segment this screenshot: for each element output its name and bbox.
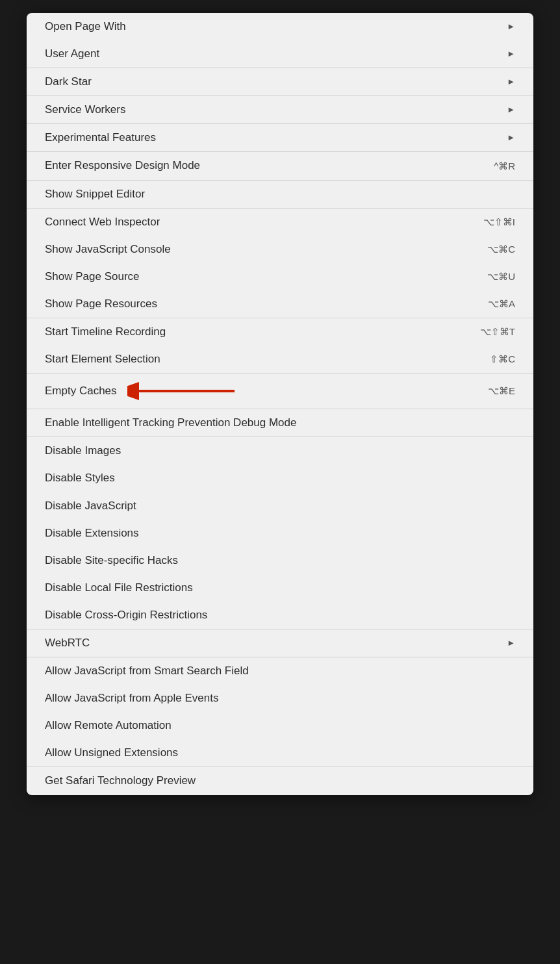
submenu-arrow-icon: ► bbox=[507, 21, 515, 32]
shortcut-label: ^⌘R bbox=[494, 160, 515, 173]
menu-item-label: Enter Responsive Design Mode bbox=[45, 159, 200, 173]
menu-item-label: Empty Caches bbox=[45, 385, 117, 398]
menu-item-label: Open Page With bbox=[45, 19, 126, 34]
red-arrow-icon bbox=[127, 380, 238, 402]
menu-item-show-javascript-console[interactable]: Show JavaScript Console ⌥⌘C bbox=[27, 236, 533, 263]
menu-item-responsive-design-mode[interactable]: Enter Responsive Design Mode ^⌘R bbox=[27, 152, 533, 179]
shortcut-label: ⌥⇧⌘I bbox=[483, 216, 515, 229]
menu-item-label: User Agent bbox=[45, 47, 99, 61]
menu-item-label: Show Page Source bbox=[45, 270, 140, 284]
group-responsive-design: Enter Responsive Design Mode ^⌘R bbox=[27, 152, 533, 180]
menu-item-open-page-with[interactable]: Open Page With ► bbox=[27, 13, 533, 40]
group-dark-star: Dark Star ► bbox=[27, 68, 533, 96]
menu-item-dark-star[interactable]: Dark Star ► bbox=[27, 68, 533, 95]
submenu-arrow-icon: ► bbox=[507, 638, 515, 649]
menu-item-label: Connect Web Inspector bbox=[45, 215, 160, 229]
context-menu: Open Page With ► User Agent ► Dark Star … bbox=[27, 13, 533, 795]
shortcut-label: ⌥⌘C bbox=[487, 243, 515, 256]
menu-item-label: Enable Intelligent Tracking Prevention D… bbox=[45, 416, 296, 430]
menu-item-label: Start Element Selection bbox=[45, 352, 160, 366]
group-open-page: Open Page With ► User Agent ► bbox=[27, 13, 533, 68]
group-service-workers: Service Workers ► bbox=[27, 96, 533, 124]
menu-item-empty-caches[interactable]: Empty Caches ⌥⌘E bbox=[27, 374, 533, 409]
menu-item-allow-javascript-apple-events[interactable]: Allow JavaScript from Apple Events bbox=[27, 685, 533, 712]
submenu-arrow-icon: ► bbox=[507, 105, 515, 116]
submenu-arrow-icon: ► bbox=[507, 49, 515, 60]
menu-item-get-safari-technology-preview[interactable]: Get Safari Technology Preview bbox=[27, 767, 533, 794]
menu-item-disable-styles[interactable]: Disable Styles bbox=[27, 464, 533, 492]
group-safari-preview: Get Safari Technology Preview bbox=[27, 767, 533, 794]
menu-item-label: Allow JavaScript from Smart Search Field bbox=[45, 664, 249, 678]
menu-item-label: WebRTC bbox=[45, 636, 90, 650]
menu-item-label: Show JavaScript Console bbox=[45, 242, 171, 257]
menu-item-label: Allow Remote Automation bbox=[45, 718, 172, 733]
shortcut-label: ⇧⌘C bbox=[490, 353, 515, 366]
empty-caches-left: Empty Caches bbox=[45, 380, 238, 402]
submenu-arrow-icon: ► bbox=[507, 77, 515, 88]
shortcut-label: ⌥⌘E bbox=[488, 385, 515, 397]
menu-item-allow-javascript-smart-search[interactable]: Allow JavaScript from Smart Search Field bbox=[27, 657, 533, 685]
menu-item-show-page-resources[interactable]: Show Page Resources ⌥⌘A bbox=[27, 290, 533, 318]
menu-item-label: Allow JavaScript from Apple Events bbox=[45, 691, 218, 705]
menu-item-disable-site-specific-hacks[interactable]: Disable Site-specific Hacks bbox=[27, 547, 533, 574]
menu-item-label: Get Safari Technology Preview bbox=[45, 774, 196, 788]
menu-item-user-agent[interactable]: User Agent ► bbox=[27, 40, 533, 68]
menu-item-label: Show Page Resources bbox=[45, 297, 157, 311]
menu-item-allow-unsigned-extensions[interactable]: Allow Unsigned Extensions bbox=[27, 739, 533, 767]
menu-item-label: Disable JavaScript bbox=[45, 499, 136, 513]
shortcut-label: ⌥⌘U bbox=[487, 270, 515, 283]
submenu-arrow-icon: ► bbox=[507, 133, 515, 144]
menu-item-label: Disable Site-specific Hacks bbox=[45, 553, 178, 568]
menu-item-disable-javascript[interactable]: Disable JavaScript bbox=[27, 492, 533, 520]
menu-item-label: Experimental Features bbox=[45, 131, 156, 145]
group-snippet-editor: Show Snippet Editor bbox=[27, 181, 533, 209]
group-inspector: Connect Web Inspector ⌥⇧⌘I Show JavaScri… bbox=[27, 209, 533, 318]
red-arrow-annotation bbox=[127, 380, 238, 402]
menu-item-enable-intelligent-tracking[interactable]: Enable Intelligent Tracking Prevention D… bbox=[27, 409, 533, 437]
menu-item-start-element-selection[interactable]: Start Element Selection ⇧⌘C bbox=[27, 346, 533, 373]
menu-item-label: Dark Star bbox=[45, 75, 92, 89]
menu-item-label: Show Snippet Editor bbox=[45, 187, 145, 201]
menu-item-experimental-features[interactable]: Experimental Features ► bbox=[27, 124, 533, 151]
menu-item-disable-extensions[interactable]: Disable Extensions bbox=[27, 520, 533, 547]
menu-item-label: Disable Local File Restrictions bbox=[45, 581, 193, 595]
menu-item-label: Disable Cross-Origin Restrictions bbox=[45, 608, 207, 622]
group-empty-caches: Empty Caches ⌥⌘E bbox=[27, 374, 533, 409]
group-experimental-features: Experimental Features ► bbox=[27, 124, 533, 152]
menu-item-start-timeline-recording[interactable]: Start Timeline Recording ⌥⇧⌘T bbox=[27, 318, 533, 346]
menu-item-show-snippet-editor[interactable]: Show Snippet Editor bbox=[27, 181, 533, 208]
menu-item-label: Disable Images bbox=[45, 444, 121, 458]
group-timeline: Start Timeline Recording ⌥⇧⌘T Start Elem… bbox=[27, 318, 533, 374]
shortcut-label: ⌥⌘A bbox=[488, 298, 515, 311]
menu-item-label: Allow Unsigned Extensions bbox=[45, 746, 178, 760]
menu-item-label: Disable Styles bbox=[45, 471, 115, 485]
menu-item-label: Start Timeline Recording bbox=[45, 325, 166, 339]
shortcut-label: ⌥⇧⌘T bbox=[480, 325, 515, 338]
menu-item-connect-web-inspector[interactable]: Connect Web Inspector ⌥⇧⌘I bbox=[27, 209, 533, 236]
group-tracking-prevention: Enable Intelligent Tracking Prevention D… bbox=[27, 409, 533, 437]
group-disable: Disable Images Disable Styles Disable Ja… bbox=[27, 437, 533, 629]
menu-item-service-workers[interactable]: Service Workers ► bbox=[27, 96, 533, 123]
group-webrtc: WebRTC ► bbox=[27, 629, 533, 657]
menu-item-webrtc[interactable]: WebRTC ► bbox=[27, 629, 533, 657]
menu-item-disable-cross-origin-restrictions[interactable]: Disable Cross-Origin Restrictions bbox=[27, 602, 533, 629]
menu-item-disable-local-file-restrictions[interactable]: Disable Local File Restrictions bbox=[27, 574, 533, 602]
menu-item-label: Disable Extensions bbox=[45, 526, 139, 540]
menu-item-label: Service Workers bbox=[45, 103, 125, 117]
group-allow: Allow JavaScript from Smart Search Field… bbox=[27, 657, 533, 767]
menu-item-disable-images[interactable]: Disable Images bbox=[27, 437, 533, 464]
menu-item-show-page-source[interactable]: Show Page Source ⌥⌘U bbox=[27, 263, 533, 290]
menu-item-allow-remote-automation[interactable]: Allow Remote Automation bbox=[27, 712, 533, 739]
